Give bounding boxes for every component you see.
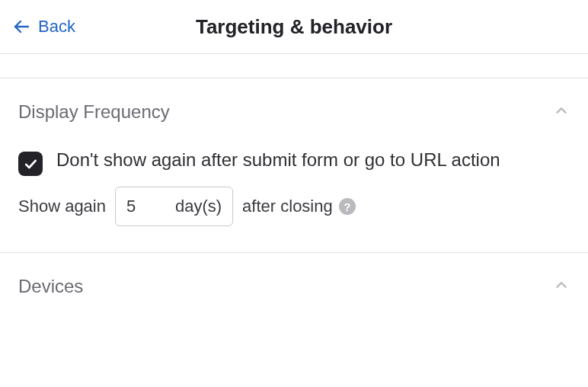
chevron-up-icon [553,102,570,122]
option-dont-show-again: Don't show again after submit form or go… [17,144,571,187]
section-header-devices[interactable]: Devices [17,253,571,318]
page-header: Back Targeting & behavior [0,0,588,53]
show-again-input-group: day(s) [115,187,233,226]
show-again-value-input[interactable] [126,197,154,216]
arrow-left-icon [12,18,30,36]
section-devices: Devices [0,253,588,318]
section-header-display-frequency[interactable]: Display Frequency [17,78,571,144]
chevron-up-icon [553,277,570,296]
option-dont-show-again-label: Don't show again after submit form or go… [56,147,500,174]
check-icon [23,156,38,171]
show-again-prefix: Show again [18,197,106,216]
spacer [0,54,588,78]
section-title-devices: Devices [18,276,83,297]
help-icon[interactable]: ? [339,198,356,215]
page-title: Targeting & behavior [196,15,392,39]
section-title-display-frequency: Display Frequency [18,101,170,123]
show-again-suffix: after closing [242,197,333,216]
back-label: Back [38,17,75,37]
checkbox-dont-show-again[interactable] [18,152,43,176]
section-display-frequency: Display Frequency Don't show again after… [0,78,588,252]
show-again-row: Show again day(s) after closing ? [17,187,571,252]
back-button[interactable]: Back [12,17,75,37]
show-again-unit: day(s) [175,197,222,216]
